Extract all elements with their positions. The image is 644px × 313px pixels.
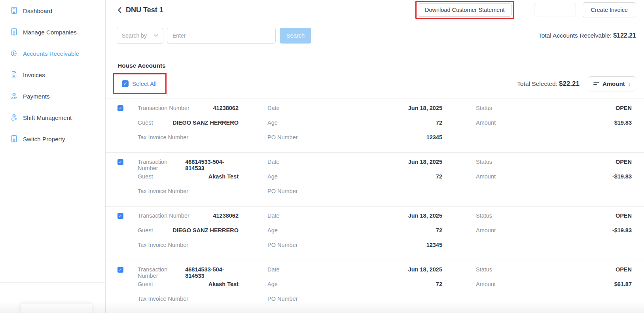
field-label: Transaction Number xyxy=(138,159,185,165)
transaction-number-value: 46814533-504-814533 xyxy=(185,159,239,165)
building-icon xyxy=(10,7,18,15)
field-label: Tax Invoice Number xyxy=(138,134,188,141)
selection-toolbar: ✓ Select All Total Selected:$22.21 Amoun… xyxy=(106,73,644,94)
sidebar-item-invoices[interactable]: Invoices xyxy=(0,64,105,85)
sidebar-footer-divider xyxy=(0,282,105,283)
page-title: DNU Test 1 xyxy=(126,6,163,14)
amount-value: $19.83 xyxy=(614,120,632,126)
select-all-label[interactable]: Select All xyxy=(132,80,157,87)
search-by-dropdown[interactable]: Search by xyxy=(117,28,163,44)
row-checkbox[interactable]: ✓ xyxy=(117,213,123,219)
search-input[interactable] xyxy=(167,28,276,44)
field-label: PO Number xyxy=(267,188,298,195)
date-value: Jun 18, 2025 xyxy=(408,105,442,112)
annotation-box-select-all: ✓ Select All xyxy=(113,73,167,94)
transaction-row[interactable]: ✓ Transaction Number41238062 GuestDIEGO … xyxy=(106,99,644,152)
sort-amount-button[interactable]: Amount ↓ xyxy=(588,76,636,91)
field-label: Amount xyxy=(476,227,496,234)
status-value: OPEN xyxy=(616,105,632,112)
building-icon xyxy=(10,28,18,36)
building-icon xyxy=(10,135,18,143)
field-label: PO Number xyxy=(267,242,298,249)
sidebar-item-label: Invoices xyxy=(23,72,45,78)
check-icon: ✓ xyxy=(119,160,122,164)
search-button[interactable]: Search xyxy=(280,28,311,44)
date-value: Jun 18, 2025 xyxy=(408,266,442,273)
field-label: Amount xyxy=(476,281,496,288)
total-selected-value: $22.21 xyxy=(559,80,580,87)
field-label: Status xyxy=(476,159,492,165)
check-icon: ✓ xyxy=(119,214,122,218)
status-value: OPEN xyxy=(616,159,632,165)
svg-text:$: $ xyxy=(13,93,15,96)
transaction-row[interactable]: ✓ Transaction Number41238062 GuestDIEGO … xyxy=(106,206,644,260)
amount-value: $61.87 xyxy=(614,281,632,288)
annotation-box-download: Download Customer Statement xyxy=(415,1,514,19)
sidebar-item-label: Payments xyxy=(23,93,50,100)
transaction-number-value: 41238062 xyxy=(213,105,239,112)
row-checkbox[interactable]: ✓ xyxy=(117,267,123,273)
row-checkbox[interactable]: ✓ xyxy=(117,159,123,165)
sidebar-item-shift-management[interactable]: $ Shift Management xyxy=(0,107,105,128)
sidebar: Dashboard Manage Companies $ Accounts Re… xyxy=(0,0,106,313)
field-label: Transaction Number xyxy=(138,212,189,219)
main-content: DNU Test 1 Download Customer Statement C… xyxy=(106,0,644,313)
check-icon: ✓ xyxy=(119,106,122,110)
po-number-value: 12345 xyxy=(426,242,442,249)
empty-ghost-button[interactable] xyxy=(534,3,576,17)
sort-direction-arrow-icon: ↓ xyxy=(628,81,631,87)
sidebar-item-label: Dashboard xyxy=(23,8,52,14)
field-label: Tax Invoice Number xyxy=(138,242,188,249)
field-label: Date xyxy=(267,159,280,165)
hand-coin-icon: $ xyxy=(10,92,18,100)
field-label: Amount xyxy=(476,120,496,126)
field-label: Date xyxy=(267,212,280,219)
sidebar-item-payments[interactable]: $ Payments xyxy=(0,85,105,107)
field-label: Age xyxy=(267,173,278,180)
field-label: PO Number xyxy=(267,134,298,141)
download-customer-statement-button[interactable]: Download Customer Statement xyxy=(418,3,512,17)
field-label: Status xyxy=(476,105,492,112)
search-bar: Search by Search Total Accounts Receivab… xyxy=(106,20,644,44)
po-number-value: 12345 xyxy=(426,134,442,141)
sidebar-item-accounts-receivable[interactable]: $ Accounts Receivable xyxy=(0,43,105,64)
field-label: Guest xyxy=(138,227,153,234)
field-label: Age xyxy=(267,120,278,126)
field-label: Age xyxy=(267,281,278,288)
sidebar-footer-card xyxy=(21,304,92,313)
page-header: DNU Test 1 Download Customer Statement C… xyxy=(106,0,644,20)
create-invoice-button[interactable]: Create Invoice xyxy=(583,2,636,17)
field-label: Status xyxy=(476,266,492,273)
sort-lines-icon xyxy=(593,82,599,86)
field-label: Transaction Number xyxy=(138,266,185,273)
guest-value: Akash Test xyxy=(208,281,239,288)
sidebar-item-manage-companies[interactable]: Manage Companies xyxy=(0,21,105,43)
svg-text:$: $ xyxy=(13,114,15,118)
transaction-list: ✓ Transaction Number41238062 GuestDIEGO … xyxy=(106,99,644,313)
total-ar-label: Total Accounts Receivable: xyxy=(538,32,612,39)
back-icon[interactable] xyxy=(117,7,122,13)
guest-value: DIEGO SANZ HERRERO xyxy=(172,227,239,234)
transaction-row[interactable]: ✓ Transaction Number46814533-504-814533 … xyxy=(106,152,644,206)
transaction-row[interactable]: ✓ Transaction Number46814533-504-814533 … xyxy=(106,260,644,313)
sidebar-item-switch-property[interactable]: Switch Property xyxy=(0,128,105,150)
sort-button-label: Amount xyxy=(602,80,625,87)
check-icon: ✓ xyxy=(119,267,122,272)
row-checkbox[interactable]: ✓ xyxy=(117,105,123,111)
sidebar-item-label: Manage Companies xyxy=(23,29,77,36)
status-value: OPEN xyxy=(616,266,632,273)
date-value: Jun 18, 2025 xyxy=(408,212,442,219)
total-selected: Total Selected:$22.21 xyxy=(517,80,580,88)
field-label: Amount xyxy=(476,173,496,180)
sidebar-item-label: Switch Property xyxy=(23,136,65,142)
select-all-checkbox[interactable]: ✓ xyxy=(122,80,129,87)
field-label: Transaction Number xyxy=(138,105,189,112)
transaction-number-value: 46814533-504-814533 xyxy=(185,266,239,273)
search-by-label: Search by xyxy=(122,32,147,39)
field-label: Date xyxy=(267,105,280,112)
sidebar-item-dashboard[interactable]: Dashboard xyxy=(0,0,105,21)
age-value: 72 xyxy=(436,227,442,234)
field-label: Guest xyxy=(138,173,153,180)
transaction-number-value: 41238062 xyxy=(213,212,239,219)
section-title-house-accounts: House Accounts xyxy=(117,62,644,69)
